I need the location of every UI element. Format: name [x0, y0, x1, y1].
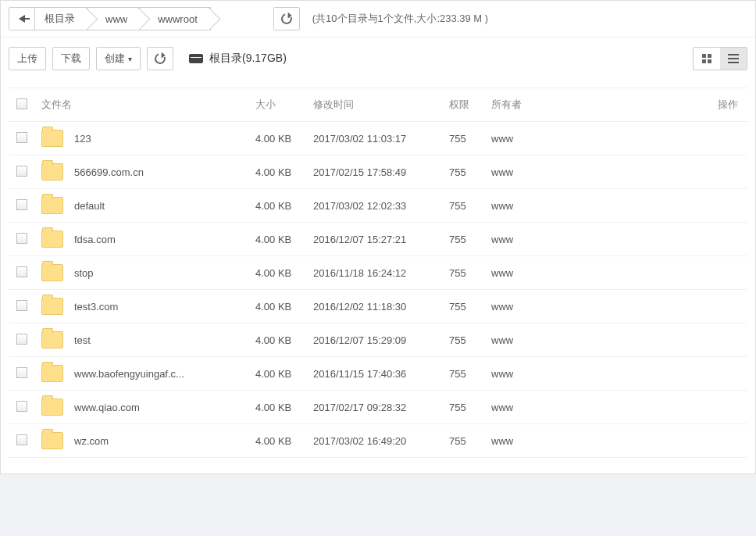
file-owner: www: [485, 256, 701, 290]
file-owner: www: [485, 223, 701, 256]
folder-icon: [41, 230, 63, 248]
col-name[interactable]: 文件名: [35, 88, 249, 122]
col-size[interactable]: 大小: [249, 88, 307, 122]
file-perm: 755: [443, 256, 485, 290]
file-mtime: 2017/03/02 12:02:33: [307, 189, 443, 223]
refresh-icon: [153, 52, 168, 66]
row-checkbox[interactable]: [16, 401, 27, 412]
file-size: 4.00 KB: [249, 256, 307, 290]
folder-icon: [41, 163, 63, 180]
breadcrumb: 根目录 www wwwroot: [35, 7, 211, 30]
grid-icon: [702, 54, 711, 63]
table-row[interactable]: test4.00 KB2016/12/07 15:29:09755www: [9, 323, 747, 357]
table-row[interactable]: wz.com4.00 KB2017/03/02 16:49:20755www: [9, 424, 747, 458]
folder-icon: [41, 331, 63, 348]
file-name[interactable]: fdsa.com: [74, 234, 116, 245]
file-name[interactable]: test3.com: [74, 301, 118, 313]
table-row[interactable]: www.qiao.com4.00 KB2017/02/17 09:28:3275…: [9, 391, 747, 424]
table-row[interactable]: test3.com4.00 KB2016/12/02 11:18:30755ww…: [9, 290, 747, 323]
file-name[interactable]: test: [74, 334, 91, 346]
table-row[interactable]: fdsa.com4.00 KB2016/12/07 15:27:21755www: [9, 223, 747, 256]
col-mtime[interactable]: 修改时间: [307, 88, 443, 122]
root-label: 根目录(9.17GB): [209, 52, 287, 66]
file-owner: www: [485, 290, 701, 323]
table-row[interactable]: 1234.00 KB2017/03/02 11:03:17755www: [9, 122, 747, 155]
row-checkbox[interactable]: [16, 166, 27, 177]
summary-text: (共10个目录与1个文件,大小:233.39 M ): [312, 12, 488, 26]
row-checkbox[interactable]: [16, 233, 27, 244]
file-mtime: 2017/03/02 16:49:20: [307, 424, 443, 458]
col-owner[interactable]: 所有者: [485, 88, 701, 122]
file-owner: www: [485, 122, 701, 155]
row-checkbox[interactable]: [16, 300, 27, 311]
file-mtime: 2017/02/15 17:58:49: [307, 155, 443, 189]
row-checkbox[interactable]: [16, 199, 27, 210]
file-size: 4.00 KB: [249, 155, 307, 189]
file-mtime: 2017/03/02 11:03:17: [307, 122, 443, 155]
refresh-button[interactable]: [273, 7, 300, 30]
file-size: 4.00 KB: [249, 189, 307, 223]
create-label: 创建: [105, 52, 125, 66]
file-mtime: 2016/12/07 15:29:09: [307, 323, 443, 357]
download-button[interactable]: 下载: [52, 47, 90, 70]
file-perm: 755: [443, 357, 485, 391]
root-disk-info[interactable]: 根目录(9.17GB): [189, 52, 287, 66]
refresh-icon: [279, 12, 294, 27]
row-checkbox[interactable]: [16, 367, 27, 378]
folder-icon: [41, 398, 63, 416]
row-checkbox[interactable]: [16, 334, 27, 345]
table-row[interactable]: 566699.com.cn4.00 KB2017/02/15 17:58:497…: [9, 155, 747, 189]
file-mtime: 2016/12/02 11:18:30: [307, 290, 443, 323]
file-perm: 755: [443, 223, 485, 256]
view-switch: [693, 47, 747, 70]
file-perm: 755: [443, 323, 485, 357]
row-checkbox[interactable]: [16, 266, 27, 277]
file-name[interactable]: www.baofengyuingaf.c...: [74, 368, 184, 380]
table-header-row: 文件名 大小 修改时间 权限 所有者 操作: [9, 88, 747, 122]
file-size: 4.00 KB: [249, 391, 307, 424]
back-button[interactable]: [9, 7, 35, 30]
file-name[interactable]: stop: [74, 267, 94, 279]
grid-view-button[interactable]: [694, 48, 720, 70]
table-row[interactable]: stop4.00 KB2016/11/18 16:24:12755www: [9, 256, 747, 290]
breadcrumb-item[interactable]: 根目录: [34, 7, 88, 30]
upload-button[interactable]: 上传: [9, 47, 46, 70]
file-mtime: 2016/11/18 16:24:12: [307, 256, 443, 290]
file-perm: 755: [443, 189, 485, 223]
row-checkbox[interactable]: [16, 434, 27, 445]
file-perm: 755: [443, 424, 485, 458]
table-row[interactable]: default4.00 KB2017/03/02 12:02:33755www: [9, 189, 747, 223]
file-name[interactable]: wz.com: [74, 435, 109, 447]
file-name[interactable]: www.qiao.com: [74, 402, 140, 413]
select-all-checkbox[interactable]: [16, 98, 27, 109]
table-row[interactable]: www.baofengyuingaf.c...4.00 KB2016/11/15…: [9, 357, 747, 391]
file-perm: 755: [443, 290, 485, 323]
file-name[interactable]: 123: [74, 133, 91, 145]
file-size: 4.00 KB: [249, 290, 307, 323]
file-manager-window: 根目录 www wwwroot (共10个目录与1个文件,大小:233.39 M…: [0, 0, 756, 474]
folder-icon: [41, 197, 63, 214]
folder-icon: [41, 432, 63, 449]
file-size: 4.00 KB: [249, 323, 307, 357]
file-name[interactable]: default: [74, 200, 105, 212]
list-view-button[interactable]: [720, 48, 747, 70]
file-size: 4.00 KB: [249, 357, 307, 391]
list-icon: [728, 54, 739, 63]
file-table: 文件名 大小 修改时间 权限 所有者 操作 1234.00 KB2017/03/…: [9, 88, 747, 458]
file-size: 4.00 KB: [249, 424, 307, 458]
col-perm[interactable]: 权限: [443, 88, 485, 122]
toolbar: 上传 下载 创建 ▾ 根目录(9.17GB): [1, 38, 755, 88]
arrow-left-icon: [19, 15, 25, 23]
row-checkbox[interactable]: [16, 132, 27, 143]
file-name[interactable]: 566699.com.cn: [74, 166, 144, 178]
create-button[interactable]: 创建 ▾: [96, 47, 141, 70]
file-perm: 755: [443, 155, 485, 189]
folder-icon: [41, 298, 63, 315]
refresh-toolbar-button[interactable]: [147, 47, 173, 70]
folder-icon: [41, 264, 63, 281]
file-owner: www: [485, 155, 701, 189]
file-size: 4.00 KB: [249, 122, 307, 155]
file-owner: www: [485, 357, 701, 391]
path-header: 根目录 www wwwroot (共10个目录与1个文件,大小:233.39 M…: [1, 1, 755, 38]
disk-icon: [189, 54, 203, 63]
